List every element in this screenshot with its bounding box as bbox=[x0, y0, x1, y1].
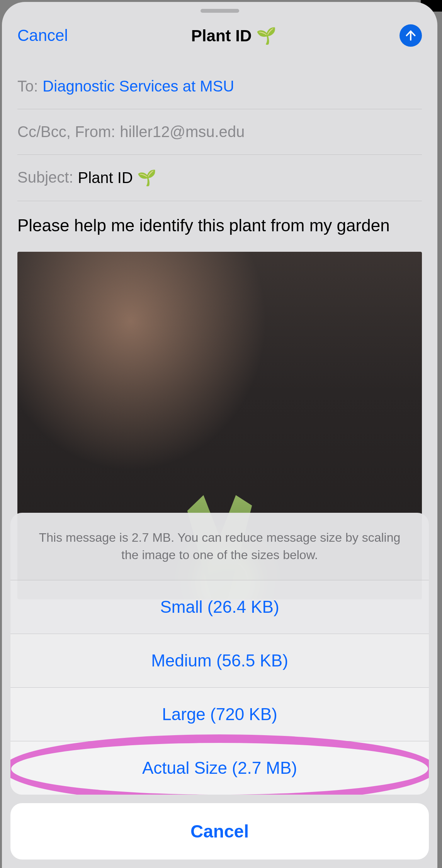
from-value: hiller12@msu.edu bbox=[120, 123, 245, 141]
size-option-large[interactable]: Large (720 KB) bbox=[10, 688, 429, 741]
size-option-medium[interactable]: Medium (56.5 KB) bbox=[10, 634, 429, 688]
action-sheet: This message is 2.7 MB. You can reduce m… bbox=[10, 513, 429, 860]
grabber-handle[interactable] bbox=[201, 9, 239, 13]
send-button[interactable] bbox=[400, 24, 422, 47]
arrow-up-icon bbox=[404, 29, 417, 42]
compose-title: Plant ID 🌱 bbox=[191, 26, 276, 45]
subject-field[interactable]: Subject: Plant ID 🌱 bbox=[17, 155, 422, 201]
subject-label: Subject: bbox=[17, 169, 73, 187]
to-value: Diagnostic Services at MSU bbox=[42, 78, 234, 95]
to-field[interactable]: To: Diagnostic Services at MSU bbox=[17, 70, 422, 109]
size-option-small[interactable]: Small (26.4 KB) bbox=[10, 580, 429, 634]
ccbcc-from-field[interactable]: Cc/Bcc, From: hiller12@msu.edu bbox=[17, 109, 422, 155]
email-body[interactable]: Please help me identify this plant from … bbox=[2, 201, 437, 248]
compose-email-screen: Cancel Plant ID 🌱 To: Diagnostic Service… bbox=[2, 2, 437, 868]
sheet-cancel-button[interactable]: Cancel bbox=[10, 803, 429, 860]
size-option-actual-label: Actual Size (2.7 MB) bbox=[142, 758, 297, 777]
cancel-button[interactable]: Cancel bbox=[17, 26, 68, 45]
sheet-message: This message is 2.7 MB. You can reduce m… bbox=[10, 513, 429, 580]
to-label: To: bbox=[17, 78, 38, 95]
subject-value: Plant ID 🌱 bbox=[78, 169, 156, 187]
ccbcc-from-label: Cc/Bcc, From: bbox=[17, 123, 115, 141]
size-option-actual[interactable]: Actual Size (2.7 MB) bbox=[10, 741, 429, 795]
